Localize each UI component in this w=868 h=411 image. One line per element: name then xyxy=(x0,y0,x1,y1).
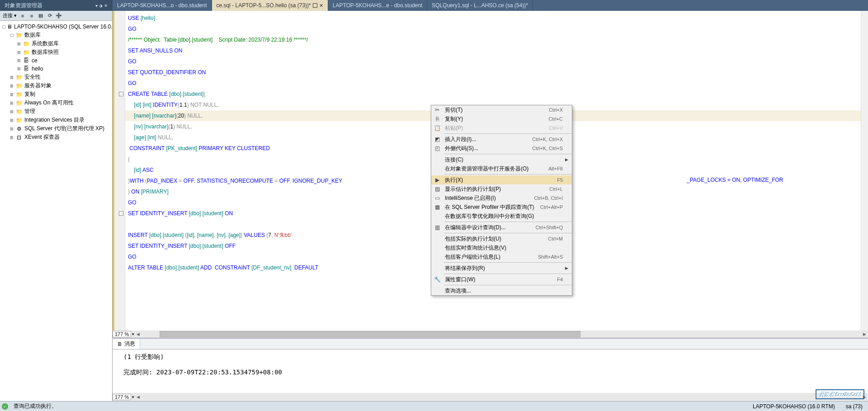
tab-doc-1[interactable]: LAPTOP-5KOHAHS...o - dbo.student xyxy=(113,0,212,11)
tree-node[interactable]: ⊞📁管理 xyxy=(0,107,112,116)
expand-toggle[interactable]: ▢ xyxy=(2,24,6,29)
toolbar-refresh-icon[interactable]: ⟳ xyxy=(47,13,53,19)
editor-context-menu[interactable]: ✂剪切(T)Ctrl+X⎘复制(Y)Ctrl+C📋粘贴(P)Ctrl+V◩插入片… xyxy=(431,105,572,296)
tree-node[interactable]: ⊞🗄hello xyxy=(0,65,112,73)
context-menu-item[interactable]: ◰外侧代码(S)...Ctrl+K, Ctrl+S xyxy=(431,144,572,153)
tree-node[interactable]: ⊞📁数据库快照 xyxy=(0,48,112,57)
tab-doc-3[interactable]: LAPTOP-5KOHAHS...e - dbo.student xyxy=(328,0,428,11)
submenu-arrow-icon: ▶ xyxy=(565,266,571,270)
context-menu-item[interactable]: 包括实际的执行计划(U)Ctrl+M xyxy=(431,234,572,243)
toolbar-icon[interactable]: ▤ xyxy=(38,13,44,19)
menu-label: 在对象资源管理器中打开服务器(O) xyxy=(443,165,548,173)
tree-node[interactable]: ⊞📁Always On 高可用性 xyxy=(0,99,112,107)
expand-toggle[interactable]: ⊞ xyxy=(16,58,22,63)
scroll-left-arrow[interactable]: ◀ xyxy=(134,332,142,336)
scroll-thumb[interactable] xyxy=(160,331,580,337)
results-horizontal-scroll[interactable]: 177 % ▾ ◀ ▶ xyxy=(113,393,868,401)
tree-server-node[interactable]: ▢ 🖥 LAPTOP-5KOHAHSO (SQL Server 16.0.100… xyxy=(0,23,112,31)
menu-label: 剪切(T) xyxy=(443,106,549,114)
code-line[interactable]: CREATE TABLE [dbo].[student]( xyxy=(125,89,868,99)
menu-shortcut: Alt+F8 xyxy=(548,166,571,171)
expand-toggle[interactable]: ⊞ xyxy=(9,109,14,114)
code-line[interactable]: SET QUOTED_IDENTIFIER ON xyxy=(125,67,868,78)
menu-label: 外侧代码(S)... xyxy=(443,145,532,152)
menu-shortcut: Ctrl+C xyxy=(549,116,571,122)
context-menu-item[interactable]: ▶执行(X)F5 xyxy=(431,175,572,184)
context-menu-item[interactable]: 在数据库引擎优化顾问中分析查询(G) xyxy=(431,212,572,221)
zoom-selector[interactable]: 177 % xyxy=(113,331,131,337)
toolbar-icon[interactable]: ≡ xyxy=(28,13,35,19)
tab-doc-2[interactable]: ce.sql - LAPTOP-5...SO.hello (sa (73))* … xyxy=(212,0,328,11)
tree-label: 管理 xyxy=(24,108,35,115)
tree-node[interactable]: ⊞⊡XEvent 探查器 xyxy=(0,133,112,142)
editor-horizontal-scroll[interactable]: 177 % ▾ ◀ ▶ xyxy=(113,331,868,338)
pin-icon[interactable] xyxy=(313,3,317,8)
tree-label: SQL Server 代理(已禁用代理 XP) xyxy=(24,125,104,132)
connect-dropdown[interactable]: 连接 ▾ xyxy=(3,12,17,19)
context-menu-item[interactable]: 将结果保存到(R)▶ xyxy=(431,264,572,273)
scroll-left-arrow[interactable]: ◀ xyxy=(134,395,142,399)
fold-toggle[interactable]: - xyxy=(119,92,123,96)
expand-toggle[interactable]: ⊞ xyxy=(9,126,14,132)
tab-doc-4[interactable]: SQLQuery1.sql - L...AHSO.ce (sa (54))* xyxy=(427,0,533,11)
context-menu-item[interactable]: ▦在 SQL Server Profiler 中跟踪查询(T)Ctrl+Alt+… xyxy=(431,203,572,212)
context-menu-item[interactable]: ⎘复制(Y)Ctrl+C xyxy=(431,114,572,123)
toolbar-icon[interactable]: ➕ xyxy=(56,13,62,19)
code-line[interactable]: SET ANSI_NULLS ON xyxy=(125,45,868,56)
expand-toggle[interactable]: ⊞ xyxy=(16,66,22,71)
menu-shortcut: F4 xyxy=(557,277,571,282)
expand-toggle[interactable]: ⊞ xyxy=(16,41,22,47)
toolbar-icon[interactable]: ≡ xyxy=(19,13,26,19)
expand-toggle[interactable]: ⊞ xyxy=(16,50,22,55)
fold-toggle[interactable]: - xyxy=(119,211,123,216)
tree-node[interactable]: ⊞⚙SQL Server 代理(已禁用代理 XP) xyxy=(0,124,112,133)
expand-toggle[interactable]: ⊞ xyxy=(9,83,14,89)
context-menu-item[interactable]: 包括实时查询统计信息(V) xyxy=(431,243,572,252)
expand-toggle[interactable]: ⊞ xyxy=(9,92,14,97)
code-line[interactable]: GO xyxy=(125,78,868,89)
context-menu-item[interactable]: ▥在编辑器中设计查询(D)...Ctrl+Shift+Q xyxy=(431,223,572,232)
menu-label: 包括实时查询统计信息(V) xyxy=(443,244,571,252)
code-line[interactable]: /****** Object: Table [dbo].[student] Sc… xyxy=(125,34,868,45)
context-menu-item[interactable]: 连接(C)▶ xyxy=(431,155,572,164)
status-bar: ✓ 查询已成功执行。 LAPTOP-5KOHAHSO (16.0 RTM) sa… xyxy=(0,401,868,411)
context-menu-item[interactable]: 包括客户端统计信息(L)Shift+Alt+S xyxy=(431,252,572,261)
menu-separator xyxy=(444,262,572,263)
tab-object-explorer-panel[interactable]: 对象资源管理器 ▾ ⬗ ✕ xyxy=(0,0,113,11)
code-line[interactable]: USE [hello] xyxy=(125,13,868,24)
menu-shortcut: Shift+Alt+S xyxy=(538,254,571,260)
context-menu-item[interactable]: ◩插入片段(I)...Ctrl+K, Ctrl+X xyxy=(431,135,572,144)
vertical-scrollbar[interactable] xyxy=(861,11,868,331)
menu-icon: 📋 xyxy=(431,125,443,131)
tree-node[interactable]: ⊞📁安全性 xyxy=(0,73,112,81)
folder-icon: 📁 xyxy=(23,40,30,47)
zoom-selector[interactable]: 177 % xyxy=(113,394,131,400)
tree-node[interactable]: ⊞📁系统数据库 xyxy=(0,39,112,48)
menu-separator xyxy=(444,222,572,222)
tree-node[interactable]: ⊞📁服务器对象 xyxy=(0,81,112,90)
expand-toggle[interactable]: ⊞ xyxy=(9,75,14,80)
scroll-right-arrow[interactable]: ▶ xyxy=(861,332,868,336)
messages-tab[interactable]: 🗎 消息 xyxy=(113,339,140,349)
context-menu-item[interactable]: ▭IntelliSense 已启用(I)Ctrl+B, Ctrl+I xyxy=(431,194,572,203)
tree-node[interactable]: ⊞📁Integration Services 目录 xyxy=(0,116,112,124)
context-menu-item[interactable]: ▤显示估计的执行计划(P)Ctrl+L xyxy=(431,184,572,194)
tree-node[interactable]: ⊞🗄ce xyxy=(0,57,112,65)
code-line[interactable]: GO xyxy=(125,24,868,34)
expand-toggle[interactable]: ▢ xyxy=(9,33,14,38)
results-messages[interactable]: (1 行受影响) 完成时间: 2023-07-09T22:20:53.15347… xyxy=(113,350,868,393)
object-tree[interactable]: ▢ 🖥 LAPTOP-5KOHAHSO (SQL Server 16.0.100… xyxy=(0,21,112,401)
context-menu-item[interactable]: 在对象资源管理器中打开服务器(O)Alt+F8 xyxy=(431,164,572,173)
context-menu-item[interactable]: ✂剪切(T)Ctrl+X xyxy=(431,105,572,114)
results-pane: 🗎 消息 (1 行受影响) 完成时间: 2023-07-09T22:20:53.… xyxy=(113,338,868,401)
close-icon[interactable]: ✕ xyxy=(319,3,323,9)
tree-node[interactable]: ⊞📁复制 xyxy=(0,90,112,99)
tree-node[interactable]: ▢📁数据库 xyxy=(0,31,112,39)
expand-toggle[interactable]: ⊞ xyxy=(9,100,14,106)
expand-toggle[interactable]: ⊞ xyxy=(9,135,14,140)
tree-label: hello xyxy=(32,66,43,72)
code-line[interactable]: GO xyxy=(125,56,868,67)
context-menu-item[interactable]: 🔧属性窗口(W)F4 xyxy=(431,275,572,284)
context-menu-item[interactable]: 查询选项... xyxy=(431,286,572,295)
expand-toggle[interactable]: ⊞ xyxy=(9,118,14,123)
